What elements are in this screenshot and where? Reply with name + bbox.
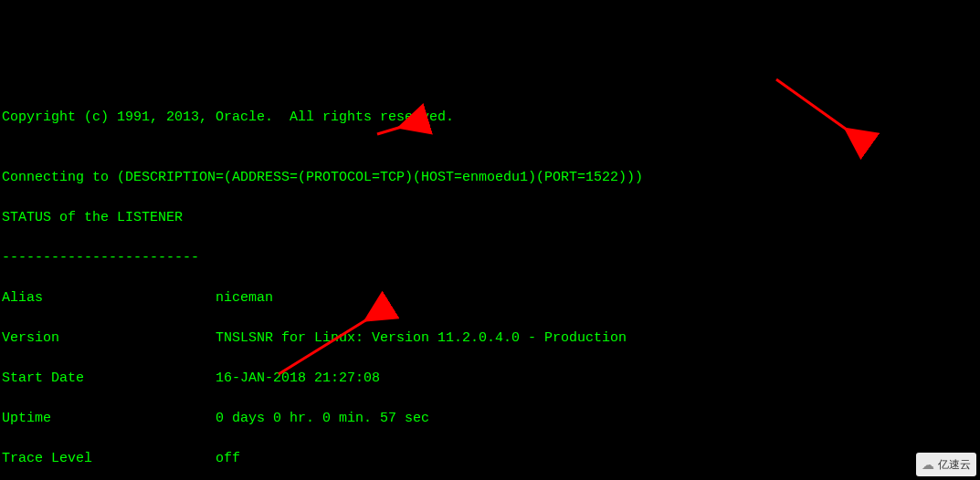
- watermark: ☁ 亿速云: [916, 453, 976, 476]
- watermark-text: 亿速云: [938, 454, 971, 475]
- tracelevel-line: Trace Level off: [2, 449, 978, 469]
- divider-line: ------------------------: [2, 248, 978, 268]
- status-header-line: STATUS of the LISTENER: [2, 208, 978, 228]
- connecting-line: Connecting to (DESCRIPTION=(ADDRESS=(PRO…: [2, 168, 978, 188]
- copyright-line: Copyright (c) 1991, 2013, Oracle. All ri…: [2, 108, 978, 128]
- cloud-icon: ☁: [922, 454, 934, 475]
- version-line: Version TNSLSNR for Linux: Version 11.2.…: [2, 329, 978, 349]
- terminal-output: Copyright (c) 1991, 2013, Oracle. All ri…: [2, 88, 978, 480]
- startdate-line: Start Date 16-JAN-2018 21:27:08: [2, 369, 978, 389]
- alias-line: Alias niceman: [2, 288, 978, 308]
- uptime-line: Uptime 0 days 0 hr. 0 min. 57 sec: [2, 409, 978, 429]
